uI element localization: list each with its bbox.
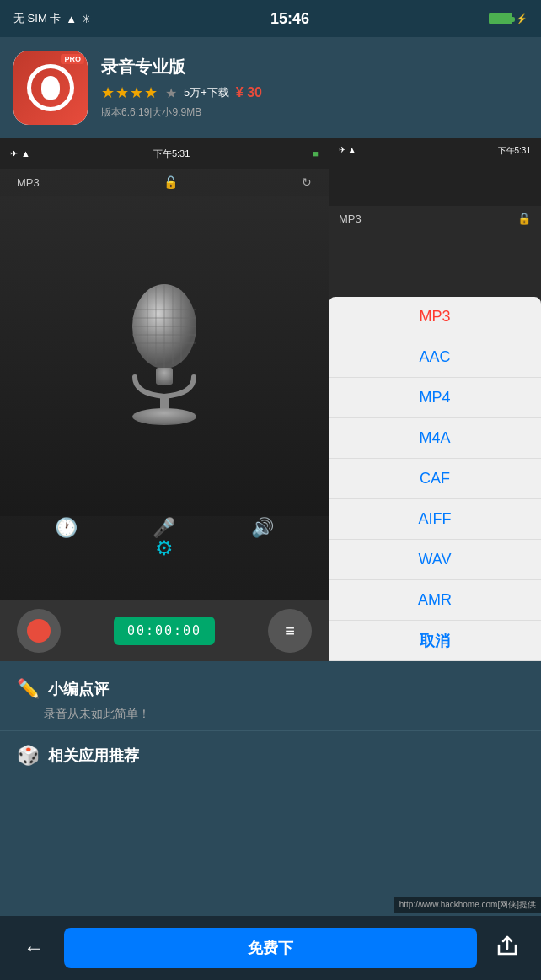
microphone-svg — [105, 280, 223, 432]
format-wav-label: WAV — [419, 551, 452, 568]
ss-format-label: MP3 — [17, 176, 40, 189]
battery-bolt: ⚡ — [516, 13, 528, 24]
format-mp4-label: MP4 — [419, 389, 450, 407]
status-right: ⚡ — [489, 13, 528, 24]
format-amr-label: AMR — [418, 591, 452, 609]
spacer — [0, 780, 541, 864]
screenshot-area: ✈ ▲ 下午5:31 ■ MP3 🔓 ↻ — [0, 138, 541, 661]
format-amr[interactable]: AMR — [329, 580, 541, 621]
app-header: PRO 录音专业版 ★★★★ ★ 5万+下载 ¥ 30 版本6.6.19|大小9… — [0, 37, 541, 138]
app-price: ¥ 30 — [236, 85, 262, 100]
svg-point-13 — [132, 408, 196, 425]
related-section[interactable]: 🎲 相关应用推荐 — [0, 730, 541, 780]
download-count: 5万+下载 — [184, 85, 229, 100]
ss-refresh-icon: ↻ — [302, 175, 312, 189]
ss-right-lock: 🔓 — [517, 213, 531, 225]
ss-wifi-icon: ▲ — [21, 148, 30, 159]
settings-icon[interactable]: ⚙ — [155, 536, 174, 560]
ss-right-format: MP3 — [339, 213, 362, 225]
pro-badge: PRO — [61, 54, 84, 64]
format-picker: MP3 AAC MP4 M4A CAF AIFF WAV — [329, 297, 541, 661]
ss-left-status-bar: ✈ ▲ 下午5:31 ■ — [0, 138, 329, 169]
screenshot-left: ✈ ▲ 下午5:31 ■ MP3 🔓 ↻ — [0, 138, 329, 661]
watermark: http://www.hackhome.com[网侠]提供 — [394, 897, 541, 913]
svg-rect-11 — [156, 368, 173, 385]
format-aac[interactable]: AAC — [329, 337, 541, 378]
ss-right-status: ✈ ▲ 下午5:31 — [339, 145, 531, 157]
ss-right-time: 下午5:31 — [498, 145, 531, 157]
format-mp3[interactable]: MP3 — [329, 297, 541, 337]
ss-left-status-left: ✈ ▲ — [10, 148, 30, 159]
wifi-icon: ▲ — [66, 13, 77, 25]
download-label: 免费下 — [248, 938, 293, 958]
app-meta: 版本6.6.19|大小9.9MB — [101, 105, 528, 120]
battery-icon — [489, 13, 512, 24]
star-filled: ★★★★ — [101, 83, 158, 102]
status-bar: 无 SIM 卡 ▲ ✳ 15:46 ⚡ — [0, 0, 541, 37]
back-icon: ← — [24, 936, 44, 960]
review-title: 小编点评 — [48, 679, 109, 699]
download-button[interactable]: 免费下 — [64, 928, 477, 968]
app-icon: PRO — [13, 51, 88, 125]
review-text: 录音从未如此简单！ — [44, 707, 524, 722]
ss-right-airplane: ✈ — [339, 145, 345, 154]
status-left: 无 SIM 卡 ▲ ✳ — [13, 11, 91, 26]
record-bar: 00:00:00 ≡ — [0, 600, 329, 661]
review-header: ✏️ 小编点评 — [17, 678, 524, 700]
back-button[interactable]: ← — [13, 928, 54, 968]
app-icon-microphone — [27, 64, 74, 111]
list-button[interactable]: ≡ — [268, 609, 312, 653]
app-name: 录音专业版 — [101, 56, 528, 78]
signal-icon: ✳ — [82, 13, 91, 25]
bottom-bar: ← 免费下 — [0, 916, 541, 980]
review-section: ✏️ 小编点评 录音从未如此简单！ — [0, 661, 541, 730]
clock-icon[interactable]: 🕐 — [55, 517, 78, 539]
related-icon: 🎲 — [17, 745, 40, 767]
ss-right-status-left: ✈ ▲ — [339, 145, 356, 157]
volume-icon[interactable]: 🔊 — [251, 517, 274, 539]
app-rating: ★★★★ ★ 5万+下载 ¥ 30 — [101, 83, 528, 102]
carrier-label: 无 SIM 卡 — [13, 11, 61, 26]
record-button[interactable] — [17, 609, 61, 653]
share-button[interactable] — [487, 928, 528, 968]
status-time: 15:46 — [270, 10, 309, 28]
format-mp3-label: MP3 — [419, 308, 450, 326]
format-cancel[interactable]: 取消 — [329, 621, 541, 661]
format-aiff[interactable]: AIFF — [329, 499, 541, 540]
star-empty: ★ — [165, 85, 177, 101]
ss-lock-icon: 🔓 — [163, 175, 178, 189]
format-cancel-label: 取消 — [420, 631, 450, 651]
format-m4a-label: M4A — [419, 429, 450, 447]
ss-airplane-icon: ✈ — [10, 148, 18, 159]
ss-right-wifi: ▲ — [348, 145, 356, 154]
share-icon — [495, 934, 519, 962]
format-aac-label: AAC — [419, 348, 450, 366]
format-caf-label: CAF — [420, 470, 450, 487]
ss-right-format-bar: MP3 🔓 — [329, 206, 541, 232]
ss-right-top: ✈ ▲ 下午5:31 — [329, 138, 541, 206]
app-info: 录音专业版 ★★★★ ★ 5万+下载 ¥ 30 版本6.6.19|大小9.9MB — [101, 56, 528, 120]
review-icon: ✏️ — [17, 678, 40, 700]
screenshot-right: ✈ ▲ 下午5:31 MP3 🔓 MP3 AAC MP4 — [329, 138, 541, 661]
format-aiff-label: AIFF — [419, 510, 452, 528]
format-wav[interactable]: WAV — [329, 540, 541, 580]
format-mp4[interactable]: MP4 — [329, 378, 541, 418]
format-m4a[interactable]: M4A — [329, 418, 541, 459]
related-title: 相关应用推荐 — [48, 746, 139, 766]
microphone-area — [0, 196, 329, 516]
ss-left-battery: ■ — [313, 148, 319, 159]
record-dot — [27, 619, 51, 643]
ss-format-bar: MP3 🔓 ↻ — [0, 169, 329, 196]
ss-left-time: 下午5:31 — [153, 148, 190, 160]
format-caf[interactable]: CAF — [329, 459, 541, 499]
timer-display: 00:00:00 — [114, 617, 215, 645]
